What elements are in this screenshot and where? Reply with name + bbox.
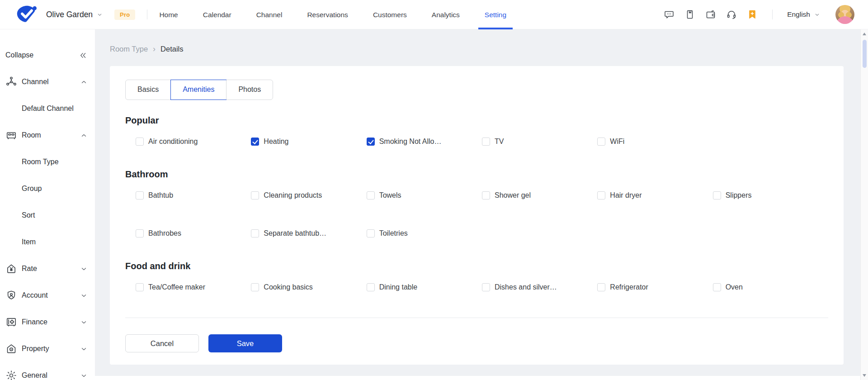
sidebar-item-channel[interactable]: Channel [0,71,95,93]
nav-item-home[interactable]: Home [159,0,178,29]
checkbox-unchecked-icon[interactable] [482,283,490,291]
amenity-label: Cooking basics [264,283,313,291]
amenity-item-slippers[interactable]: Slippers [713,191,828,200]
breadcrumb-separator-icon: › [153,44,156,54]
amenity-item-tea-coffee-maker[interactable]: Tea/Coffee maker [136,283,251,291]
save-button[interactable]: Save [208,334,282,352]
checkbox-unchecked-icon[interactable] [136,138,144,146]
amenity-label: Dishes and silver… [495,283,557,291]
amenity-item-separate-bathtub[interactable]: Separate bathtub… [251,229,366,238]
amenity-item-bathtub[interactable]: Bathtub [136,191,251,200]
checkbox-unchecked-icon[interactable] [136,191,144,200]
amenity-label: Air conditioning [148,138,198,146]
language-selector[interactable]: English [787,10,820,19]
scroll-up-arrow-icon[interactable] [863,33,866,35]
top-bar-actions: English [664,5,854,24]
checkbox-unchecked-icon[interactable] [482,191,490,200]
amenity-item-dishes-and-silver[interactable]: Dishes and silver… [482,283,597,291]
bookmark-icon[interactable] [684,9,695,20]
tab-basics[interactable]: Basics [126,80,170,100]
nav-item-calendar[interactable]: Calendar [203,0,231,29]
amenity-label: Toiletries [379,229,408,238]
checkbox-checked-icon[interactable] [367,138,375,146]
sidebar-item-group[interactable]: Group [0,178,95,200]
nav-item-channel[interactable]: Channel [256,0,283,29]
chat-icon[interactable] [664,9,675,20]
amenity-item-wifi[interactable]: WiFi [597,138,712,146]
amenity-item-refrigerator[interactable]: Refrigerator [597,283,712,291]
headset-icon[interactable] [726,9,737,20]
amenity-item-tv[interactable]: TV [482,138,597,146]
checkbox-unchecked-icon[interactable] [597,138,605,146]
checkbox-unchecked-icon[interactable] [713,191,721,200]
nav-item-reservations[interactable]: Reservations [307,0,348,29]
sidebar-item-account[interactable]: Account [0,285,95,306]
checkbox-checked-icon[interactable] [251,138,259,146]
checkbox-unchecked-icon[interactable] [597,283,605,291]
amenity-item-bathrobes[interactable]: Bathrobes [136,229,251,238]
sidebar-item-default-channel[interactable]: Default Channel [0,98,95,119]
checkbox-unchecked-icon[interactable] [482,138,490,146]
tab-amenities[interactable]: Amenities [170,80,226,100]
breadcrumb: Room Type › Details [110,44,860,54]
amenity-item-heating[interactable]: Heating [251,138,366,146]
tab-photos[interactable]: Photos [226,80,273,100]
checkbox-unchecked-icon[interactable] [251,229,259,238]
sidebar-item-label: Account [22,291,80,299]
sidebar-item-collapse[interactable]: Collapse [0,44,95,66]
sidebar-item-label: Sort [22,211,87,219]
amenity-item-toiletries[interactable]: Toiletries [367,229,482,238]
scroll-down-arrow-icon[interactable] [863,374,866,377]
amenity-item-cooking-basics[interactable]: Cooking basics [251,283,366,291]
sidebar-item-room-type[interactable]: Room Type [0,151,95,173]
promo-bookmark-icon[interactable] [747,9,758,20]
chevron-down-icon [80,346,87,352]
sidebar-item-item[interactable]: Item [0,231,95,253]
amenity-item-dining-table[interactable]: Dining table [367,283,482,291]
nav-item-setting[interactable]: Setting [485,0,506,29]
amenity-item-hair-dryer[interactable]: Hair dryer [597,191,712,200]
section-title: Popular [125,115,828,126]
section-title: Food and drink [125,261,828,271]
checkbox-unchecked-icon[interactable] [713,283,721,291]
checkbox-unchecked-icon[interactable] [367,283,375,291]
chevron-down-icon [80,319,87,326]
amenity-item-oven[interactable]: Oven [713,283,828,291]
scrollbar-thumb[interactable] [863,40,867,68]
amenity-item-air-conditioning[interactable]: Air conditioning [136,138,251,146]
checkbox-unchecked-icon[interactable] [136,229,144,238]
nav-item-analytics[interactable]: Analytics [432,0,460,29]
top-bar: Olive Garden Pro HomeCalendarChannelRese… [0,0,868,29]
checkbox-unchecked-icon[interactable] [136,283,144,291]
finance-icon [5,316,17,328]
sidebar-item-general[interactable]: General [0,365,95,380]
checkbox-unchecked-icon[interactable] [251,283,259,291]
property-selector[interactable]: Olive Garden [46,10,103,19]
details-tabs: BasicsAmenitiesPhotos [125,80,273,100]
breadcrumb-parent[interactable]: Room Type [110,45,148,53]
amenity-item-shower-gel[interactable]: Shower gel [482,191,597,200]
sidebar-item-sort[interactable]: Sort [0,204,95,226]
sidebar-item-room[interactable]: Room [0,124,95,146]
cancel-button[interactable]: Cancel [125,334,199,352]
sidebar-item-property[interactable]: Property [0,338,95,360]
amenity-label: TV [495,138,504,146]
sidebar: CollapseChannelDefault ChannelRoomRoom T… [0,29,95,380]
checkbox-unchecked-icon[interactable] [367,229,375,238]
sidebar-item-finance[interactable]: Finance [0,311,95,333]
nav-item-customers[interactable]: Customers [373,0,407,29]
amenity-item-towels[interactable]: Towels [367,191,482,200]
chevron-down-icon [80,292,87,299]
user-avatar[interactable] [835,5,854,24]
amenity-item-smoking-not-allo[interactable]: Smoking Not Allo… [367,138,482,146]
wallet-icon[interactable] [705,9,716,20]
checkbox-unchecked-icon[interactable] [597,191,605,200]
amenity-label: Separate bathtub… [264,229,326,238]
amenity-item-cleaning-products[interactable]: Cleaning products [251,191,366,200]
property-name: Olive Garden [46,10,93,19]
checkbox-unchecked-icon[interactable] [367,191,375,200]
vertical-scrollbar[interactable] [860,29,868,380]
sidebar-item-rate[interactable]: Rate [0,258,95,280]
amenity-section-food-and-drink: Food and drinkTea/Coffee makerCooking ba… [125,261,828,291]
checkbox-unchecked-icon[interactable] [251,191,259,200]
